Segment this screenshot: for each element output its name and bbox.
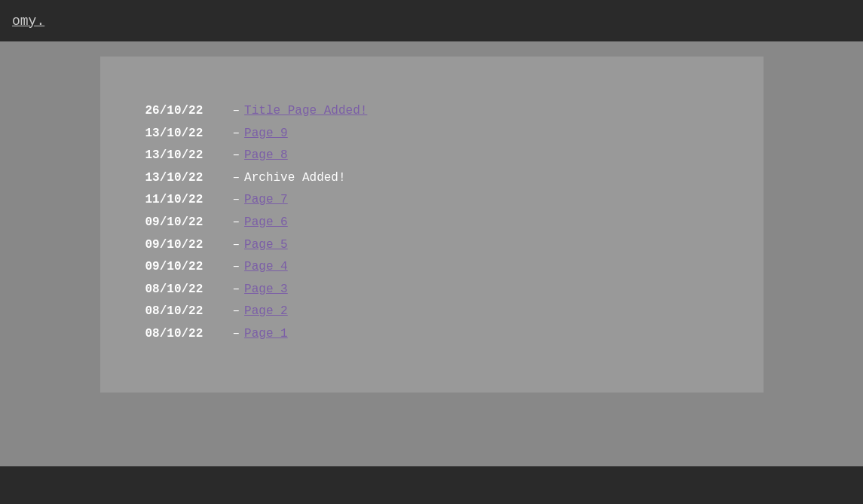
entry-separator: – bbox=[233, 258, 240, 277]
bottom-bar bbox=[0, 466, 863, 504]
entry-link[interactable]: Page 8 bbox=[244, 146, 288, 166]
entry-separator: – bbox=[233, 102, 240, 121]
entry-link[interactable]: Page 1 bbox=[244, 325, 288, 344]
list-item: 09/10/22 – Page 4 bbox=[145, 258, 718, 277]
entry-date: 26/10/22 bbox=[145, 102, 228, 121]
entry-separator: – bbox=[233, 325, 240, 344]
entry-separator: – bbox=[233, 191, 240, 210]
entry-date: 08/10/22 bbox=[145, 280, 228, 300]
entry-date: 08/10/22 bbox=[145, 325, 228, 344]
entry-text: Archive Added! bbox=[244, 169, 345, 188]
entry-date: 13/10/22 bbox=[145, 169, 228, 188]
content-panel: 26/10/22 – Title Page Added!13/10/22 – P… bbox=[100, 57, 764, 393]
entry-separator: – bbox=[233, 302, 240, 322]
entry-separator: – bbox=[233, 169, 240, 188]
entry-date: 09/10/22 bbox=[145, 213, 228, 233]
list-item: 08/10/22 – Page 2 bbox=[145, 302, 718, 322]
entry-link[interactable]: Title Page Added! bbox=[244, 102, 367, 121]
entry-link[interactable]: Page 2 bbox=[244, 302, 288, 322]
site-title[interactable]: omy. bbox=[12, 14, 44, 29]
entry-date: 13/10/22 bbox=[145, 124, 228, 144]
list-item: 11/10/22 – Page 7 bbox=[145, 191, 718, 210]
entry-link[interactable]: Page 5 bbox=[244, 236, 288, 255]
entry-date: 13/10/22 bbox=[145, 146, 228, 166]
entry-date: 11/10/22 bbox=[145, 191, 228, 210]
entry-separator: – bbox=[233, 236, 240, 255]
list-item: 13/10/22 – Page 9 bbox=[145, 124, 718, 144]
entry-link[interactable]: Page 7 bbox=[244, 191, 288, 210]
list-item: 08/10/22 – Page 3 bbox=[145, 280, 718, 300]
entry-link[interactable]: Page 4 bbox=[244, 258, 288, 277]
entry-date: 08/10/22 bbox=[145, 302, 228, 322]
entry-link[interactable]: Page 3 bbox=[244, 280, 288, 300]
list-item: 09/10/22 – Page 6 bbox=[145, 213, 718, 233]
list-item: 09/10/22 – Page 5 bbox=[145, 236, 718, 255]
main-area: 26/10/22 – Title Page Added!13/10/22 – P… bbox=[0, 41, 863, 393]
entry-link[interactable]: Page 6 bbox=[244, 213, 288, 233]
entry-separator: – bbox=[233, 280, 240, 300]
list-item: 13/10/22 – Archive Added! bbox=[145, 169, 718, 188]
entry-link[interactable]: Page 9 bbox=[244, 124, 288, 144]
entry-date: 09/10/22 bbox=[145, 236, 228, 255]
list-item: 26/10/22 – Title Page Added! bbox=[145, 102, 718, 121]
entry-separator: – bbox=[233, 146, 240, 166]
top-bar: omy. bbox=[0, 0, 863, 41]
entry-separator: – bbox=[233, 124, 240, 144]
entry-date: 09/10/22 bbox=[145, 258, 228, 277]
entry-separator: – bbox=[233, 213, 240, 233]
list-item: 13/10/22 – Page 8 bbox=[145, 146, 718, 166]
list-item: 08/10/22 – Page 1 bbox=[145, 325, 718, 344]
